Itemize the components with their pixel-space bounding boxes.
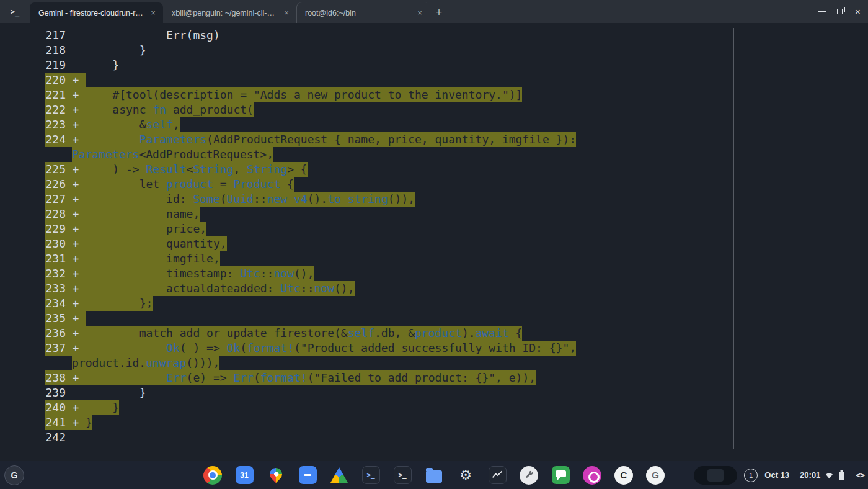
shelf-app-chat-button[interactable] xyxy=(551,465,570,485)
shelf-app-analytics-button[interactable] xyxy=(487,465,507,485)
shelf-app-magenta-app-button[interactable] xyxy=(582,465,602,485)
launcher-button[interactable]: G xyxy=(4,465,24,485)
shelf-app-calendar-button[interactable]: 31 xyxy=(234,465,254,485)
code-row-226: 226+ let product = Product { xyxy=(0,177,868,192)
line-number: 228 xyxy=(45,207,66,222)
diff-marker: + xyxy=(66,207,86,222)
analytics-chart-icon xyxy=(489,466,507,484)
maps-pin-icon xyxy=(267,465,285,483)
diff-marker: + xyxy=(66,236,86,251)
chrome-icon xyxy=(203,466,222,485)
clock: 20:01 xyxy=(800,470,820,480)
code-row-227: 227+ id: Some(Uuid::new_v4().to_string()… xyxy=(0,192,868,207)
shelf-app-build-tools-button[interactable] xyxy=(519,465,539,485)
tab-root-ld6-bin[interactable]: root@ld6:~/bin× xyxy=(296,2,430,23)
code-row-242: 242 xyxy=(0,430,868,445)
shelf-app-settings-button[interactable]: ⚙ xyxy=(456,465,476,485)
diff-marker: + xyxy=(66,326,86,341)
line-number: 230 xyxy=(45,236,66,251)
shelf-date[interactable]: Oct 13 xyxy=(764,470,789,480)
holding-space[interactable] xyxy=(694,466,737,485)
system-tray[interactable]: 20:01 xyxy=(796,467,849,483)
window-controls: × xyxy=(813,0,867,23)
close-button[interactable]: × xyxy=(849,0,867,23)
code-row-241: 241+} xyxy=(0,415,868,430)
shelf-app-terminal-button[interactable]: >_ xyxy=(392,465,412,485)
build-wrench-icon xyxy=(520,466,538,485)
minimize-button[interactable] xyxy=(813,0,831,23)
diff-marker: + xyxy=(66,73,86,87)
battery-icon xyxy=(838,470,845,481)
code-row-235: 235+ xyxy=(0,311,868,326)
diff-marker: + xyxy=(66,281,86,296)
tab-gemini-firestore-cloudrun-ru[interactable]: Gemini - firestore-cloudrun-rust× xyxy=(30,2,163,23)
tab-title: root@ld6:~/bin xyxy=(305,9,415,17)
news-app-icon xyxy=(299,466,317,484)
new-tab-button[interactable]: + xyxy=(430,2,448,23)
line-number: 218 xyxy=(45,43,66,58)
diff-marker: + xyxy=(66,251,86,266)
tab-xbill-penguin-gemini-cli-cod[interactable]: xbill@penguin: ~/gemini-cli-codeas× xyxy=(163,2,296,23)
calendar-icon: 31 xyxy=(236,466,254,484)
shelf-app-maps-button[interactable] xyxy=(266,465,286,485)
tab-strip: >_ Gemini - firestore-cloudrun-rust×xbil… xyxy=(0,0,868,23)
code-row-229: 229+ price, xyxy=(0,222,868,236)
code-row-wrap: product.id.unwrap())), xyxy=(0,356,868,370)
line-number: 224 xyxy=(45,132,66,147)
terminal-app-icon: >_ xyxy=(0,0,30,23)
minimize-icon xyxy=(818,11,826,12)
line-number: 220 xyxy=(45,73,66,87)
code-row-236: 236+ match add_or_update_firestore(&self… xyxy=(0,326,868,341)
code-row-238: 238+ Err(e) => Err(format!("Failed to ad… xyxy=(0,370,868,385)
code-row-228: 228+ name, xyxy=(0,207,868,222)
tab-close-icon[interactable]: × xyxy=(415,8,425,18)
line-number: 221 xyxy=(45,87,66,102)
chat-bubble-icon xyxy=(552,466,570,484)
code-row-239: 239 } xyxy=(0,385,868,400)
line-number: 229 xyxy=(45,222,66,236)
shelf-app-news-button[interactable] xyxy=(298,465,317,485)
shelf: G 31>_>_⚙CG 1 Oct 13 20:01 <> xyxy=(0,461,868,489)
shelf-app-chrome-button[interactable] xyxy=(203,465,223,485)
code-row-219: 219 } xyxy=(0,58,868,73)
code-row-240: 240+ } xyxy=(0,400,868,415)
close-icon: × xyxy=(855,7,861,16)
shelf-app-drive-button[interactable] xyxy=(329,465,349,485)
code-row-220: 220+ xyxy=(0,73,868,87)
shelf-app-google-button[interactable]: G xyxy=(645,465,665,485)
tab-close-icon[interactable]: × xyxy=(281,8,291,18)
code-row-223: 223+ &self, xyxy=(0,117,868,132)
line-number: 223 xyxy=(45,117,66,132)
shelf-app-claude-button[interactable]: C xyxy=(614,465,634,485)
notification-count-badge[interactable]: 1 xyxy=(744,469,758,482)
diff-marker: + xyxy=(66,177,86,192)
magenta-app-icon xyxy=(583,466,601,485)
shelf-app-crosh-terminal-button[interactable]: >_ xyxy=(361,465,381,485)
line-number: 217 xyxy=(45,28,66,43)
diff-marker: + xyxy=(66,87,86,102)
settings-gear-icon: ⚙ xyxy=(459,467,472,483)
crosh-terminal-icon: >_ xyxy=(362,466,380,484)
holding-space-thumbnail xyxy=(707,469,724,482)
diff-marker: + xyxy=(66,162,86,177)
line-number: 222 xyxy=(45,102,66,117)
diff-marker: + xyxy=(66,117,86,132)
code-row-237: 237+ Ok(_) => Ok(format!("Product added … xyxy=(0,341,868,356)
line-number: 225 xyxy=(45,162,66,177)
diff-marker: + xyxy=(66,370,86,385)
code-row-218: 218 } xyxy=(0,43,868,58)
pane-divider xyxy=(733,28,734,449)
shelf-app-files-button[interactable] xyxy=(424,465,444,485)
code-row-232: 232+ timestamp: Utc::now(), xyxy=(0,266,868,281)
terminal-pane[interactable]: 217 Err(msg)218 }219 }220+221+ #[tool(de… xyxy=(0,23,868,461)
diff-marker: + xyxy=(66,132,86,147)
shelf-app-dock: 31>_>_⚙CG xyxy=(203,465,665,485)
diff-marker: + xyxy=(66,341,86,356)
code-row-222: 222+ async fn add_product( xyxy=(0,102,868,117)
angle-brackets-icon[interactable]: <> xyxy=(856,470,864,480)
line-number: 237 xyxy=(45,341,66,356)
restore-button[interactable] xyxy=(831,0,849,23)
code-row-233: 233+ actualdateadded: Utc::now(), xyxy=(0,281,868,296)
code-row-224: 224+ Parameters(AddProductRequest { name… xyxy=(0,132,868,147)
tab-close-icon[interactable]: × xyxy=(148,8,158,18)
